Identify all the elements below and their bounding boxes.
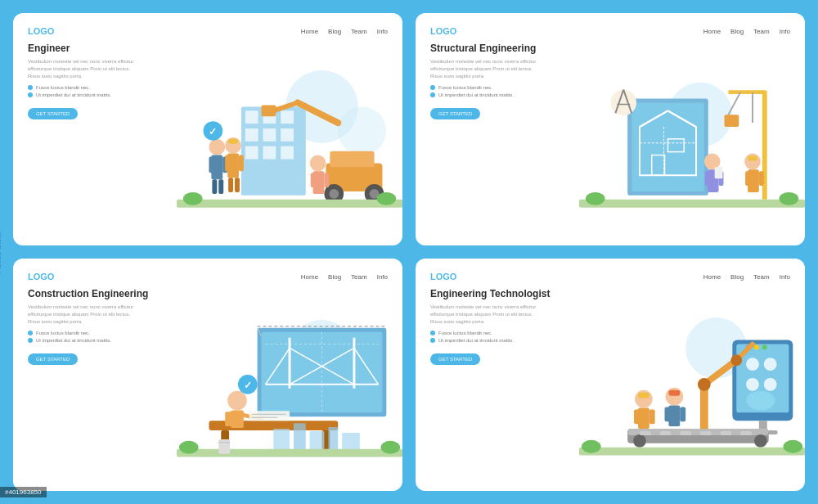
nav-info-4[interactable]: Info [780, 273, 790, 281]
svg-rect-88 [209, 421, 338, 430]
svg-rect-129 [627, 429, 769, 435]
nav-blog-3[interactable]: Blog [328, 273, 341, 281]
nav-blog-1[interactable]: Blog [328, 28, 341, 35]
svg-rect-64 [705, 171, 710, 186]
nav-team-4[interactable]: Team [753, 273, 770, 281]
btn-construction[interactable]: GET STARTED [28, 353, 78, 365]
nav-structural: LOGO Home Blog Team Info [430, 26, 790, 36]
svg-rect-148 [668, 405, 680, 426]
svg-rect-5 [281, 110, 294, 124]
svg-point-40 [376, 192, 396, 205]
svg-point-146 [665, 387, 683, 405]
svg-rect-149 [664, 407, 670, 421]
btn-technologist[interactable]: GET STARTED [430, 353, 480, 365]
nav-info-2[interactable]: Info [780, 28, 790, 35]
svg-rect-23 [209, 156, 213, 173]
title-structural: Structural Engineering [430, 43, 582, 54]
svg-line-13 [273, 102, 298, 110]
nav-blog-4[interactable]: Blog [730, 273, 744, 281]
svg-rect-4 [263, 110, 276, 124]
svg-point-141 [635, 389, 653, 407]
btn-engineer[interactable]: GET STARTED [28, 108, 78, 119]
svg-marker-46 [640, 110, 696, 175]
svg-line-59 [728, 92, 740, 115]
svg-rect-14 [261, 105, 276, 116]
svg-rect-30 [225, 155, 230, 171]
bullet-2-1: Fusce luctus blandit nec. [430, 85, 582, 90]
svg-point-104 [238, 375, 258, 394]
bullets-engineer: Fusce luctus blandit nec. Ut imperdiet d… [28, 85, 179, 97]
svg-rect-89 [221, 430, 229, 455]
svg-point-43 [667, 82, 732, 146]
bullet-3-2: Ut imperdiet dui at tincidunt mattis. [28, 338, 179, 343]
nav-home-2[interactable]: Home [703, 28, 721, 35]
svg-point-118 [746, 344, 751, 349]
svg-point-18 [365, 184, 384, 204]
svg-rect-6 [245, 128, 258, 142]
nav-home-4[interactable]: Home [703, 273, 721, 281]
nav-home-3[interactable]: Home [301, 273, 318, 281]
bullets-structural: Fusce luctus blandit nec. Ut imperdiet d… [430, 85, 582, 97]
svg-line-82 [354, 348, 379, 384]
nav-info-1[interactable]: Info [377, 28, 388, 35]
svg-line-87 [258, 327, 262, 335]
nav-technologist: LOGO Home Blog Team Info [430, 272, 790, 281]
title-technologist: Engineering Technologist [430, 288, 582, 299]
dot [430, 85, 435, 90]
svg-rect-133 [660, 431, 672, 435]
svg-rect-128 [627, 429, 769, 443]
svg-rect-92 [231, 410, 244, 428]
svg-rect-136 [720, 431, 731, 435]
svg-point-107 [179, 440, 199, 453]
nav-team-1[interactable]: Team [351, 28, 367, 35]
svg-rect-101 [328, 427, 338, 453]
svg-point-91 [227, 390, 247, 410]
nav-construction: LOGO Home Blog Team Info [28, 272, 388, 281]
illustration-technologist [579, 294, 805, 491]
svg-rect-22 [211, 155, 222, 179]
bullet-4-1: Fusce luctus blandit nec. [430, 331, 582, 335]
svg-rect-3 [245, 110, 258, 124]
svg-point-139 [748, 395, 762, 408]
svg-rect-134 [680, 431, 691, 435]
svg-point-152 [582, 439, 601, 452]
svg-point-153 [783, 439, 802, 452]
svg-rect-122 [748, 430, 777, 434]
svg-rect-50 [667, 138, 684, 151]
bullet-2-2: Ut imperdiet dui at tincidunt mattis. [430, 92, 582, 97]
desc-engineer: Vestibulum molestie vel nec nunc viverra… [28, 58, 142, 80]
nav-team-3[interactable]: Team [351, 273, 367, 281]
svg-point-111 [685, 317, 747, 379]
logo-structural: LOGO [430, 26, 456, 36]
svg-point-67 [744, 153, 761, 169]
svg-line-79 [265, 348, 290, 384]
svg-rect-36 [311, 173, 316, 187]
nav-blog-2[interactable]: Blog [730, 28, 744, 35]
nav-home-1[interactable]: Home [301, 28, 318, 35]
svg-rect-143 [638, 407, 649, 429]
svg-rect-145 [649, 409, 655, 424]
card-structural: LOGO Home Blog Team Info Structural Engi… [416, 13, 805, 245]
svg-point-120 [762, 344, 767, 349]
nav-info-3[interactable]: Info [377, 273, 388, 281]
svg-line-81 [290, 348, 354, 384]
btn-structural[interactable]: GET STARTED [430, 108, 480, 119]
bullet-3-1: Fusce luctus blandit nec. [28, 331, 179, 335]
logo-construction: LOGO [28, 272, 54, 281]
svg-rect-32 [228, 178, 233, 192]
svg-rect-70 [745, 171, 750, 186]
svg-rect-102 [342, 433, 360, 453]
svg-point-39 [183, 192, 203, 205]
title-engineer: Engineer [28, 43, 179, 54]
bullet-4-2: Ut imperdiet dui at tincidunt mattis. [430, 338, 582, 343]
watermark-text: Adobe Stock [0, 231, 2, 272]
svg-rect-77 [261, 331, 382, 412]
nav-team-2[interactable]: Team [753, 28, 770, 35]
svg-point-20 [370, 189, 380, 199]
svg-rect-147 [668, 389, 680, 395]
dot [28, 92, 33, 97]
svg-point-115 [764, 358, 777, 371]
illustration-construction: ✓ [177, 294, 402, 491]
card-construction: LOGO Home Blog Team Info Construction En… [13, 259, 402, 491]
svg-rect-45 [631, 102, 704, 191]
